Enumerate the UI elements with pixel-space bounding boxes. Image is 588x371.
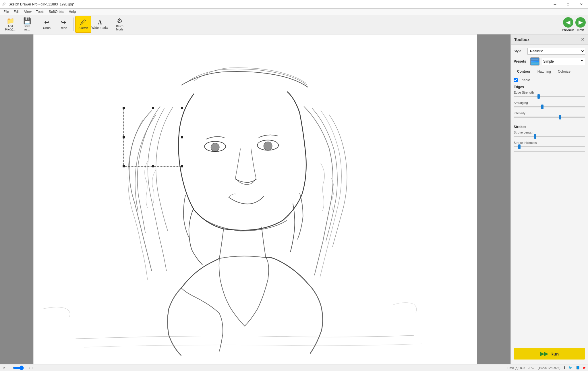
edge-strength-thumb[interactable] (537, 94, 540, 99)
watermarks-label: Watermarks (92, 26, 109, 29)
toolbar-separator-1 (37, 18, 37, 31)
smudging-label: Smudging (514, 101, 585, 105)
menu-edit[interactable]: Edit (11, 9, 22, 14)
minimize-button[interactable]: ─ (548, 0, 562, 9)
batch-mode-label: Batch Mode (116, 25, 123, 31)
menu-help[interactable]: Help (66, 9, 78, 14)
zoom-in-button[interactable]: + (31, 366, 34, 370)
toolbox-close-button[interactable]: ✕ (581, 37, 585, 42)
menu-tools[interactable]: Tools (34, 9, 47, 14)
watermarks-icon: A (98, 20, 102, 25)
tab-colorize[interactable]: Colorize (554, 68, 574, 75)
zoom-level: 1:1 (2, 366, 7, 370)
window-controls: ─ □ ✕ (548, 0, 588, 9)
menu-softorbits[interactable]: SoftOrbits (47, 9, 66, 14)
canvas-area[interactable] (0, 34, 510, 364)
next-nav[interactable]: ▶ Next (575, 17, 586, 32)
style-row: Style Realistic (514, 48, 585, 55)
toolbox-divider (514, 122, 585, 122)
twitter-icon[interactable]: 🐦 (568, 366, 572, 370)
maximize-button[interactable]: □ (562, 0, 575, 9)
undo-button[interactable]: ↩ Undo (39, 16, 55, 33)
sketch-button[interactable]: 🖊 Sketch (75, 16, 91, 33)
prev-button[interactable]: ◀ (563, 17, 573, 28)
zoom-out-button[interactable]: ─ (8, 366, 12, 370)
zoom-slider[interactable] (13, 366, 30, 370)
watermarks-button[interactable]: A Watermarks (92, 16, 108, 33)
intensity-row: Intensity (514, 111, 585, 118)
next-label: Next (577, 28, 584, 32)
time-label: Time (s): 0.0 (507, 366, 525, 370)
tab-contour[interactable]: Contour (514, 68, 534, 75)
next-button[interactable]: ▶ (575, 17, 586, 28)
youtube-icon[interactable]: ▶ (583, 366, 586, 370)
svg-point-2 (211, 143, 219, 151)
add-files-button[interactable]: 📁 Add File(s)... (2, 16, 18, 33)
stroke-thickness-track[interactable] (514, 146, 585, 147)
prev-nav[interactable]: ◀ Previous (562, 17, 574, 32)
style-select[interactable]: Realistic (527, 48, 585, 55)
window-title: Sketch Drawer Pro - girl-511883_1920.jpg… (9, 2, 586, 6)
tab-hatching[interactable]: Hatching (534, 68, 554, 75)
nav-buttons: ◀ Previous ▶ Next (562, 17, 586, 32)
save-as-button[interactable]: 💾 Save as... (19, 16, 35, 33)
prev-label: Previous (562, 28, 574, 32)
sketch-label: Sketch (78, 26, 88, 30)
intensity-track[interactable] (514, 117, 585, 118)
enable-row: Enable (514, 78, 585, 82)
undo-label: Undo (43, 26, 51, 30)
intensity-thumb[interactable] (559, 115, 561, 119)
status-left: 1:1 ─ + (2, 366, 34, 370)
info-icon[interactable]: ℹ (564, 366, 565, 370)
menu-file[interactable]: File (1, 9, 11, 14)
menu-view[interactable]: View (22, 9, 34, 14)
add-files-label: Add File(s)... (5, 25, 16, 31)
sketch-canvas[interactable] (0, 34, 510, 364)
svg-rect-0 (33, 34, 477, 364)
edges-section-title: Edges (514, 85, 585, 89)
stroke-length-label: Stroke Length (514, 131, 585, 134)
stroke-length-row: Stroke Length (514, 131, 585, 137)
stroke-length-track[interactable] (514, 136, 585, 137)
zoom-controls: ─ + (8, 366, 34, 370)
smudging-thumb[interactable] (541, 105, 543, 109)
edge-strength-label: Edge Strength (514, 91, 585, 94)
batch-mode-button[interactable]: ⚙ Batch Mode (112, 16, 128, 33)
edge-strength-track[interactable] (514, 96, 585, 97)
tabs-row: Contour Hatching Colorize (514, 68, 585, 75)
strokes-section-title: Strokes (514, 125, 585, 129)
presets-select[interactable]: Simple Complex Artistic (542, 58, 585, 65)
run-label: Run (550, 351, 559, 356)
stroke-length-thumb[interactable] (534, 134, 536, 139)
presets-row: Presets Simple Complex Artistic (514, 57, 585, 65)
close-button[interactable]: ✕ (575, 0, 588, 9)
toolbar: 📁 Add File(s)... 💾 Save as... ↩ Undo ↪ R… (0, 15, 588, 34)
file-format: JPG (528, 366, 534, 370)
batch-mode-icon: ⚙ (117, 18, 123, 24)
toolbox-divider-2 (514, 151, 585, 152)
sketch-image (0, 34, 510, 364)
image-dimensions: (1920x1280x24) (537, 366, 560, 370)
add-files-icon: 📁 (7, 18, 14, 24)
run-button[interactable]: ▶▶ Run (514, 348, 585, 360)
save-as-icon: 💾 (23, 18, 31, 24)
undo-icon: ↩ (44, 19, 49, 26)
toolbox-header: Toolbox ✕ (511, 34, 588, 45)
sketch-icon: 🖊 (80, 19, 86, 26)
smudging-row: Smudging (514, 101, 585, 107)
title-bar: 🖊 Sketch Drawer Pro - girl-511883_1920.j… (0, 0, 588, 9)
run-arrow-icon: ▶▶ (540, 351, 548, 357)
save-as-label: Save as... (24, 25, 30, 31)
time-value: 0.0 (520, 366, 525, 370)
facebook-icon[interactable]: 📘 (576, 366, 580, 370)
redo-button[interactable]: ↪ Redo (55, 16, 71, 33)
smudging-track[interactable] (514, 106, 585, 107)
toolbox-panel: Toolbox ✕ Style Realistic Presets (510, 34, 588, 364)
toolbox-body: Style Realistic Presets (511, 45, 588, 343)
run-button-wrap: ▶▶ Run (511, 343, 588, 364)
toolbox-title: Toolbox (514, 37, 529, 42)
enable-checkbox[interactable] (514, 78, 518, 82)
time-label-text: Time (s): (507, 366, 519, 370)
svg-point-4 (264, 142, 272, 150)
stroke-thickness-thumb[interactable] (518, 144, 521, 149)
